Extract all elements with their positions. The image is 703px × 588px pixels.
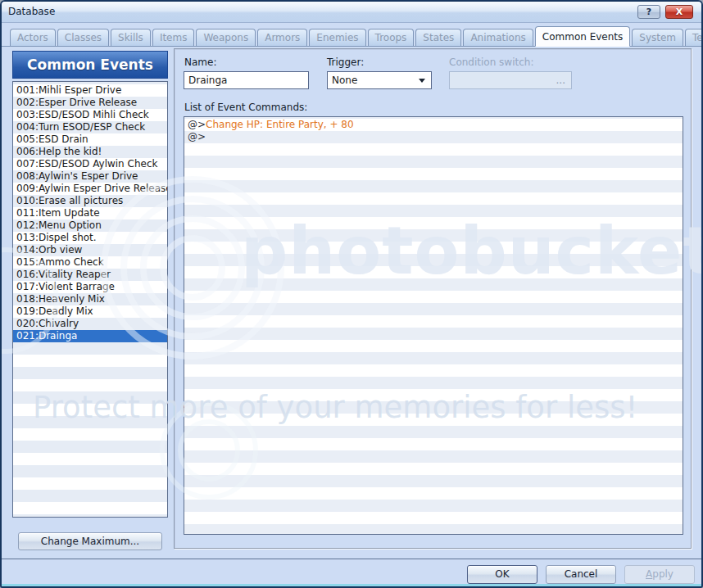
list-item[interactable]: 010:Erase all pictures — [13, 195, 167, 207]
list-item[interactable]: 005:ESD Drain — [13, 133, 167, 146]
tab-common-events[interactable]: Common Events — [535, 26, 631, 47]
tab-troops[interactable]: Troops — [368, 29, 415, 46]
list-item[interactable]: 009:Aylwin Esper Drive Release — [13, 183, 167, 195]
trigger-select[interactable]: None — [327, 71, 432, 89]
trigger-value: None — [332, 75, 357, 86]
list-item[interactable]: 016:Vitality Reaper — [13, 269, 167, 281]
list-item[interactable]: 015:Ammo Check — [13, 256, 167, 269]
chevron-down-icon — [419, 79, 425, 83]
tab-strip: ActorsClassesSkillsItemsWeaponsArmorsEne… — [2, 26, 701, 47]
window-title: Database — [8, 2, 55, 22]
list-item[interactable]: 019:Deadly Mix — [13, 305, 167, 318]
tab-animations[interactable]: Animations — [463, 29, 533, 46]
common-events-page: Common Events 001:Mihli Esper Drive002:E… — [2, 47, 703, 559]
name-label: Name: — [184, 57, 216, 68]
tab-classes[interactable]: Classes — [57, 29, 109, 46]
name-input[interactable]: Drainga — [184, 71, 309, 89]
list-item[interactable]: 014:Orb view — [13, 244, 167, 256]
apply-button: Apply — [624, 565, 695, 584]
event-command-row[interactable]: @>Change HP: Entire Party, + 80 — [184, 119, 683, 131]
list-item[interactable]: 017:Violent Barrage — [13, 281, 167, 293]
change-maximum-button[interactable]: Change Maximum... — [18, 532, 162, 550]
tab-items[interactable]: Items — [152, 29, 195, 46]
list-item[interactable]: 018:Heavenly Mix — [13, 293, 167, 305]
cancel-button[interactable]: Cancel — [546, 565, 616, 584]
ok-button[interactable]: OK — [467, 565, 537, 584]
tab-states[interactable]: States — [415, 29, 461, 46]
tab-enemies[interactable]: Enemies — [309, 29, 365, 46]
list-item[interactable]: 002:Esper Drive Release — [13, 97, 167, 109]
command-text: Change HP: Entire Party, + 80 — [206, 119, 354, 130]
list-item[interactable]: 011:Item Update — [13, 207, 167, 219]
database-dialog: Database ? X ActorsClassesSkillsItemsWea… — [0, 0, 703, 588]
tab-system[interactable]: System — [632, 29, 683, 46]
list-item[interactable]: 021:Drainga — [13, 330, 167, 342]
event-editor-group: Name: Drainga Trigger: None Condition sw… — [174, 48, 692, 549]
condition-switch-label: Condition switch: — [449, 57, 533, 68]
command-prefix: @> — [188, 131, 206, 142]
tab-actors[interactable]: Actors — [10, 29, 56, 46]
condition-switch-field: ... — [449, 71, 572, 89]
list-item[interactable]: 012:Menu Option — [13, 219, 167, 232]
help-button[interactable]: ? — [637, 5, 660, 19]
common-events-header: Common Events — [12, 51, 168, 79]
tab-weapons[interactable]: Weapons — [196, 29, 256, 46]
ellipsis-browse-icon: ... — [556, 75, 565, 86]
list-item[interactable]: 004:Turn ESOD/ESP Check — [13, 121, 167, 133]
event-command-row[interactable]: @> — [184, 131, 683, 143]
commands-label: List of Event Commands: — [184, 102, 307, 113]
command-prefix: @> — [188, 119, 206, 130]
list-item[interactable]: 020:Chivalry — [13, 318, 167, 330]
list-item[interactable]: 008:Aylwin's Esper Drive — [13, 170, 167, 183]
list-item[interactable]: 006:Help the kid! — [13, 146, 167, 158]
list-item[interactable]: 013:Dispel shot. — [13, 232, 167, 244]
event-commands-list[interactable]: @>Change HP: Entire Party, + 80@> — [184, 116, 683, 535]
trigger-label: Trigger: — [327, 57, 364, 68]
tab-terms[interactable]: Terms — [685, 29, 703, 46]
title-bar[interactable]: Database ? X — [2, 2, 701, 23]
common-events-list[interactable]: 001:Mihli Esper Drive002:Esper Drive Rel… — [12, 81, 168, 518]
list-item[interactable]: 007:ESD/ESOD Aylwin Check — [13, 158, 167, 170]
tab-skills[interactable]: Skills — [111, 29, 151, 46]
close-icon[interactable]: X — [665, 5, 693, 19]
tab-armors[interactable]: Armors — [257, 29, 307, 46]
list-item[interactable]: 001:Mihli Esper Drive — [13, 84, 167, 97]
list-item[interactable]: 003:ESD/ESOD Mihli Check — [13, 109, 167, 121]
